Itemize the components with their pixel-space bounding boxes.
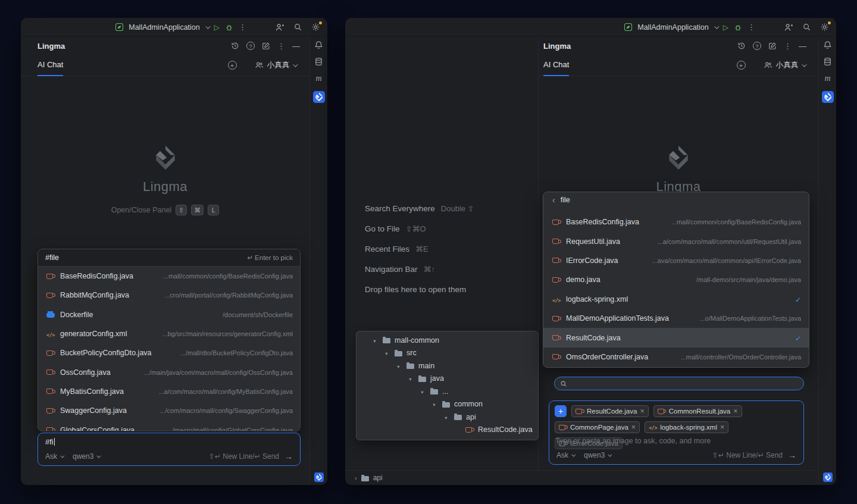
tree-item[interactable]: java [356,372,538,386]
picker-search-box[interactable] [554,377,804,390]
send-icon[interactable]: → [788,450,796,460]
remove-chip-icon[interactable] [631,423,636,431]
file-type-icon [45,293,56,298]
chevron-down-icon[interactable] [407,374,414,383]
back-chevron-icon[interactable]: ‹ [552,195,555,205]
titlebar-more-button[interactable]: ⋮ [747,23,755,31]
user-name: 小真真 [776,60,799,70]
file-suggestion-row[interactable]: generatorConfig.xml ...bg/src/main/resou… [38,324,300,343]
run-config-selector[interactable]: MallAdminApplication [129,23,200,32]
settings-gear-icon[interactable] [820,23,829,32]
chevron-down-icon[interactable] [431,400,437,408]
tree-item[interactable]: src [356,347,538,360]
titlebar-more-button[interactable]: ⋮ [239,23,246,31]
chevron-down-icon[interactable] [443,413,449,421]
lingma-status-icon[interactable] [314,472,324,482]
notifications-bell-icon[interactable] [823,40,832,49]
send-icon[interactable]: → [284,452,293,461]
picker-file-row[interactable]: MallDemoApplicationTests.java ...o/MallD… [543,309,809,328]
context-file-chip[interactable]: logback-spring.xml [645,421,728,433]
help-icon[interactable]: ? [246,42,255,50]
debug-button[interactable] [225,23,233,32]
remove-chip-icon[interactable] [640,407,644,415]
notifications-bell-icon[interactable] [314,40,323,49]
panel-more-icon[interactable]: ⋮ [784,42,792,50]
search-icon[interactable] [293,23,302,32]
database-icon[interactable] [823,57,832,66]
file-suggestion-row[interactable]: GlobalCorsConfig.java .../macro/mall/con… [38,420,300,431]
chat-input-text[interactable]: #fi [45,437,293,446]
file-name: Dockerfile [60,311,93,319]
tree-item[interactable]: api [356,411,538,424]
chat-input-box[interactable]: + ResultCode.java CommonResult.java Comm… [549,400,804,465]
minimize-icon[interactable]: — [292,42,300,50]
run-button[interactable]: ▷ [214,24,220,31]
search-icon[interactable] [802,23,811,32]
lingma-tool-icon[interactable] [822,91,834,103]
panel-more-icon[interactable]: ⋮ [277,42,285,50]
settings-gear-icon[interactable] [311,23,320,32]
context-file-chip[interactable]: CommonResult.java [653,405,742,417]
remove-chip-icon[interactable] [733,407,737,415]
user-menu[interactable]: 小真真 [255,60,297,70]
file-name: RabbitMqConfig.java [60,291,129,299]
chevron-down-icon[interactable] [419,387,426,396]
remove-chip-icon[interactable] [720,423,724,431]
file-suggestion-row[interactable]: OssConfig.java .../main/java/com/macro/m… [38,362,300,381]
new-conversation-icon[interactable] [262,42,270,50]
database-icon[interactable] [314,57,323,66]
chevron-down-icon[interactable] [383,349,390,357]
model-dropdown[interactable]: qwen3 [73,452,99,461]
tree-item[interactable]: ... [356,385,538,398]
new-chat-icon[interactable]: + [737,61,746,70]
picker-file-row[interactable]: demo.java /mall-demo/src/main/java/demo.… [543,270,809,289]
tree-item[interactable]: common [356,398,538,411]
run-config-selector[interactable]: MallAdminApplication [637,23,709,32]
tree-item-icon [417,375,427,382]
file-suggestion-row[interactable]: Dockerfile /document/sh/Dockerfile [38,305,300,324]
lingma-status-icon[interactable] [823,472,833,482]
new-conversation-icon[interactable] [768,42,777,50]
picker-file-row[interactable]: RequestUtil.java ...a/com/macro/mall/com… [543,231,809,251]
tab-ai-chat[interactable]: AI Chat [543,55,569,76]
tree-item[interactable]: ResultCode.java [356,424,538,437]
shortcut-label: Open/Close Panel [111,206,171,214]
run-button[interactable]: ▷ [723,24,728,31]
tree-item[interactable]: main [356,359,538,372]
add-context-button[interactable]: + [555,405,567,417]
file-suggestion-row[interactable]: MyBatisConfig.java ...a/com/macro/mall/c… [38,382,300,401]
ask-mode-dropdown[interactable]: Ask [45,452,63,461]
file-suggestion-row[interactable]: SwaggerConfig.java .../com/macro/mall/co… [38,401,300,420]
new-chat-icon[interactable]: + [228,61,237,70]
history-icon[interactable] [737,42,746,50]
picker-file-row[interactable]: BaseRedisConfig.java ...mall/common/conf… [543,212,809,231]
lingma-tool-icon[interactable] [313,91,325,103]
context-file-chip[interactable]: CommonPage.java [555,421,640,433]
picker-search-input[interactable] [571,380,798,388]
maven-icon[interactable]: m [824,74,830,83]
context-file-chip[interactable]: ResultCode.java [571,405,649,417]
file-suggestion-row[interactable]: BaseRedisConfig.java ...mall/common/conf… [38,267,300,286]
model-dropdown[interactable]: qwen3 [584,451,611,459]
minimize-icon[interactable]: — [799,42,806,50]
picker-file-row[interactable]: logback-spring.xml [543,290,809,309]
code-with-me-icon[interactable] [784,23,793,32]
maven-icon[interactable]: m [315,74,321,83]
chevron-down-icon[interactable] [371,336,378,345]
picker-file-row[interactable]: IErrorCode.java ...ava/com/macro/mall/co… [543,251,809,270]
history-icon[interactable] [231,42,239,50]
breadcrumb[interactable]: api [373,474,383,482]
file-suggestion-row[interactable]: RabbitMqConfig.java ...cro/mall/portal/c… [38,286,300,305]
chevron-down-icon[interactable] [395,362,402,370]
file-suggestion-row[interactable]: BucketPolicyConfigDto.java .../mall/dto/… [38,343,300,362]
picker-file-row[interactable]: OmsOrderController.java ...mall/controll… [543,348,809,367]
ask-mode-dropdown[interactable]: Ask [556,451,574,459]
chat-input-box[interactable]: #fi Ask qwen3 ⇧↵ New Line/↵ Send→ [37,433,301,466]
picker-file-row[interactable]: ResultCode.java [543,328,809,347]
tab-ai-chat[interactable]: AI Chat [37,55,63,76]
tree-item[interactable]: mall-common [356,334,538,347]
code-with-me-icon[interactable] [275,23,284,32]
help-icon[interactable]: ? [753,42,761,50]
debug-button[interactable] [734,23,742,32]
user-menu[interactable]: 小真真 [764,60,806,70]
